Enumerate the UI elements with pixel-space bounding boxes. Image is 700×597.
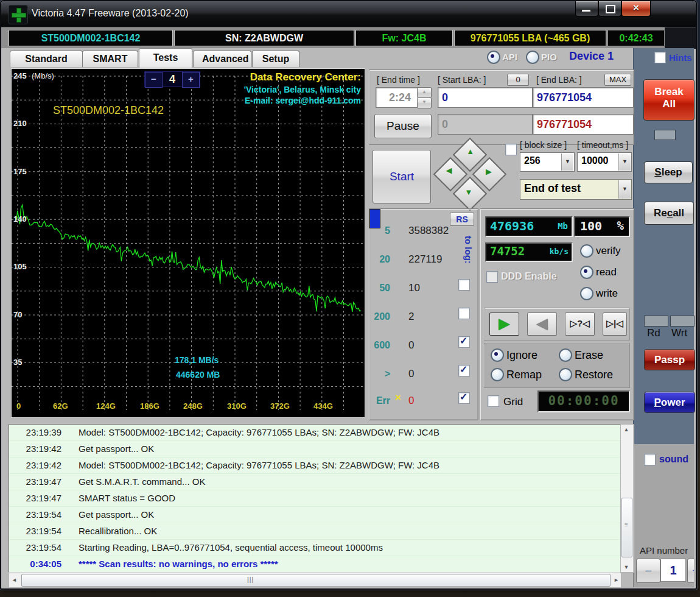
- recall-label-u: c: [667, 207, 673, 219]
- api-radio[interactable]: [487, 51, 500, 64]
- bs-label-600: 600: [369, 340, 390, 351]
- scroll-up-icon[interactable]: ▲: [621, 426, 632, 433]
- elapsed-timer-lcd: 00:00:00: [537, 390, 630, 412]
- scroll-down-icon[interactable]: ▼: [621, 564, 632, 570]
- play-icon: ▶: [499, 315, 509, 331]
- bs-log-checkbox-600[interactable]: ✓: [458, 336, 470, 348]
- graph-zoom-in-button[interactable]: +: [182, 72, 200, 88]
- ignore-radio[interactable]: [491, 348, 504, 362]
- bs-log-checkbox-gt[interactable]: ✓: [458, 365, 470, 376]
- api-number-value[interactable]: 1: [660, 559, 686, 582]
- seek-option-checkbox[interactable]: [505, 144, 517, 155]
- scan-question-button[interactable]: ▷?◁: [565, 313, 595, 336]
- break-all-button[interactable]: Break All: [643, 79, 695, 121]
- tab-setup[interactable]: Setup: [252, 51, 299, 67]
- speed-value: 74752: [490, 244, 525, 258]
- bs-log-checkbox-200[interactable]: [458, 308, 470, 319]
- scan-back-button[interactable]: ◀: [527, 313, 557, 336]
- recall-button[interactable]: Recall: [644, 202, 694, 225]
- right-action-column: Hints Break All Sleep Recall Rd Wrt Pass…: [633, 48, 694, 444]
- api-number-minus-button[interactable]: −: [636, 559, 660, 583]
- minimize-button[interactable]: [575, 1, 598, 16]
- test-action-combo[interactable]: End of test ▼: [520, 179, 632, 200]
- tab-smart[interactable]: SMART: [82, 51, 138, 67]
- speed-graph[interactable]: 245 (Mb/s) 210 175 140 105 70 35 0 62G 1…: [11, 68, 365, 418]
- power-button[interactable]: Power: [644, 392, 695, 413]
- start-lba-zero-button[interactable]: 0: [507, 74, 529, 86]
- graph-zoom-out-button[interactable]: −: [145, 72, 163, 88]
- max-lba-button[interactable]: MAX: [604, 74, 631, 86]
- api-number-plus-button[interactable]: +: [687, 559, 694, 583]
- start-button[interactable]: Start: [373, 150, 431, 203]
- remap-radio[interactable]: [491, 368, 504, 381]
- log-row: 23:19:47Get S.M.A.R.T. command... OK: [9, 474, 634, 490]
- tab-advanced[interactable]: Advanced: [193, 51, 251, 67]
- end-lba-label: [ End LBA: ]: [536, 75, 582, 85]
- rd-indicator: [644, 316, 668, 327]
- overlay-current-position: 446620 MB: [176, 370, 220, 380]
- read-radio[interactable]: [580, 266, 593, 279]
- grid-checkbox[interactable]: [488, 395, 499, 407]
- log-time: 0:34:05: [9, 556, 61, 572]
- start-lba-input[interactable]: 0: [438, 87, 533, 108]
- hints-checkbox[interactable]: [654, 52, 666, 63]
- end-time-spinner[interactable]: ▲ ▼: [417, 87, 430, 108]
- test-action-dropdown-icon[interactable]: ▼: [618, 180, 631, 199]
- log-scrollbar-thumb[interactable]: ≡: [621, 498, 632, 557]
- sound-checkbox[interactable]: [644, 454, 656, 465]
- log-message: Get passport... OK: [79, 509, 154, 520]
- title-bar[interactable]: Victoria 4.47 Freeware (2013-02-20) ×: [1, 1, 696, 27]
- minimize-icon: [582, 10, 590, 12]
- y-tick-175: 175: [13, 167, 27, 176]
- event-log[interactable]: 23:19:39Model: ST500DM002-1BC142; Capaci…: [9, 424, 634, 573]
- restore-radio[interactable]: [559, 368, 572, 381]
- graph-zoom-level: 4: [163, 72, 182, 87]
- remaining-lba-display: 976771054: [533, 114, 634, 135]
- timeout-dropdown-icon[interactable]: ▼: [618, 154, 631, 171]
- block-size-combo[interactable]: 256 ▼: [520, 152, 575, 172]
- maximize-button[interactable]: [598, 1, 621, 16]
- close-button[interactable]: ×: [621, 1, 651, 16]
- seek-right-icon: ▶: [486, 167, 492, 176]
- power-label-u: P: [654, 397, 660, 408]
- tab-standard[interactable]: Standard: [10, 51, 83, 67]
- write-radio[interactable]: [580, 287, 593, 300]
- block-size-dropdown-icon[interactable]: ▼: [561, 154, 573, 171]
- log-time: 23:19:54: [9, 523, 61, 539]
- seek-pad: ▲ ◀ ▶ ▼: [437, 141, 502, 206]
- bs-count-gt: 0: [408, 368, 414, 380]
- spin-up-icon[interactable]: ▲: [417, 87, 432, 98]
- erase-radio[interactable]: [559, 348, 572, 362]
- spin-down-icon[interactable]: ▼: [417, 97, 432, 108]
- timeout-combo[interactable]: 10000 ▼: [577, 152, 632, 172]
- scan-end-button[interactable]: ▷|◁: [603, 313, 627, 336]
- log-horizontal-scrollbar[interactable]: ◄ ||| ►: [9, 573, 621, 588]
- ddd-enable-checkbox[interactable]: [486, 271, 498, 283]
- bs-log-checkbox-err[interactable]: ✓: [458, 392, 470, 404]
- y-tick-70: 70: [13, 310, 22, 319]
- end-time-label: [ End time ]: [377, 75, 420, 85]
- banner-email: E-mail: sergei@hdd-911.com: [245, 96, 361, 105]
- end-time-value[interactable]: 2:24: [376, 87, 421, 108]
- scan-forward-button[interactable]: ▶: [489, 313, 519, 336]
- pio-label: PIO: [541, 52, 557, 62]
- pause-button[interactable]: Pause: [374, 114, 432, 138]
- scroll-right-icon[interactable]: ►: [614, 577, 619, 583]
- rs-button[interactable]: RS: [450, 213, 474, 226]
- bs-count-200: 2: [408, 311, 414, 323]
- scroll-left-icon[interactable]: ◄: [12, 577, 17, 583]
- overlay-current-speed: 178,1 MB/s: [175, 355, 219, 365]
- passp-button[interactable]: Passp: [644, 349, 695, 370]
- verify-radio[interactable]: [580, 244, 593, 258]
- current-lba-display: 0: [438, 114, 533, 135]
- bs-log-checkbox-50[interactable]: [458, 279, 470, 291]
- sleep-button[interactable]: Sleep: [644, 161, 693, 183]
- log-row: 23:19:54Get passport... OK: [9, 507, 634, 523]
- pio-radio[interactable]: [526, 51, 539, 64]
- log-vertical-scrollbar[interactable]: ▲ ≡ ▼: [620, 424, 634, 573]
- tab-strip: Standard SMART Tests Advanced Setup API …: [1, 48, 633, 67]
- tab-tests[interactable]: Tests: [139, 48, 192, 68]
- log-hscrollbar-thumb[interactable]: |||: [21, 574, 611, 587]
- seek-up-icon: ▲: [466, 147, 474, 156]
- end-lba-input[interactable]: 976771054: [533, 87, 634, 108]
